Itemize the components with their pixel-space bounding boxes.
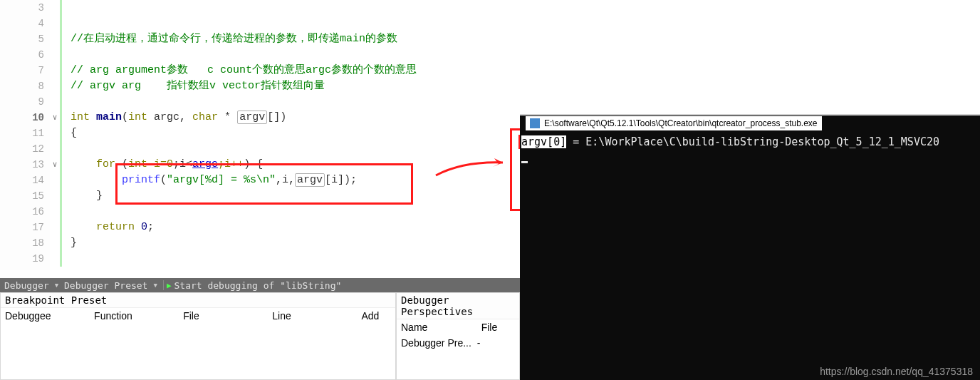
play-icon[interactable]: ▶ [167,281,172,290]
col-header[interactable]: File [477,322,519,333]
breakpoint-preset-panel: Breakpoint Preset Debuggee Function File… [0,292,396,380]
fold-indicator-icon[interactable]: ∨ [50,157,60,173]
fold-indicator-icon[interactable]: ∨ [50,110,60,125]
console-title-text: E:\software\Qt\Qt5.12.1\Tools\QtCreator\… [544,118,818,128]
row-name: Debugger Pre... [401,337,477,349]
param-argv: argv [237,111,267,124]
table-row[interactable]: Debugger Pre... - [397,335,519,351]
code-text-area[interactable]: //在启动进程，通过命令行，传递给进程的参数，即传递main的参数 // arg… [62,0,520,278]
panel-title: Debugger Perspectives [397,293,519,319]
table-header: Name File [397,319,519,335]
comment: // arg argument参数 c count个数的意思argc参数的个数的… [71,64,417,76]
code-editor[interactable]: 3456789 10 111213141516171819 ∨ ∨ //在启动进… [0,0,520,278]
app-icon [530,118,540,128]
col-header[interactable]: File [179,310,268,322]
table-header: Debuggee Function File Line Add [1,307,395,324]
comment: //在启动进程，通过命令行，传递给进程的参数，即传递main的参数 [71,33,397,45]
console-titlebar: E:\software\Qt\Qt5.12.1\Tools\QtCreator\… [526,116,822,130]
comment: // argv arg 指针数组v vector指针数组向量 [71,80,325,92]
fold-column: ∨ ∨ [50,0,60,278]
debugger-toolbar: Debugger ▼ Debugger Preset ▼ ▶ Start deb… [0,278,520,292]
col-header[interactable]: Debuggee [1,310,90,322]
start-debugging-button[interactable]: Start debugging of "libString" [174,280,342,291]
line-number-gutter: 3456789 10 111213141516171819 [0,0,50,278]
debugger-preset-selector[interactable]: Debugger Preset [64,280,147,291]
panel-title: Breakpoint Preset [1,293,395,307]
col-header[interactable]: Add [357,310,395,322]
dropdown-icon[interactable]: ▼ [150,282,160,289]
col-header[interactable]: Function [90,310,179,322]
row-file: - [477,337,515,349]
col-header[interactable]: Name [397,322,477,333]
debugger-perspectives-panel: Debugger Perspectives Name File Debugger… [396,292,520,380]
console-output: argv[0] = E:\WorkPlace\C\build-libString… [521,135,939,163]
col-header[interactable]: Line [268,310,357,322]
watermark: https://blog.csdn.net/qq_41375318 [820,366,973,377]
debugger-label: Debugger [4,280,49,291]
cursor-icon [521,161,528,163]
dropdown-icon[interactable]: ▼ [52,282,61,289]
